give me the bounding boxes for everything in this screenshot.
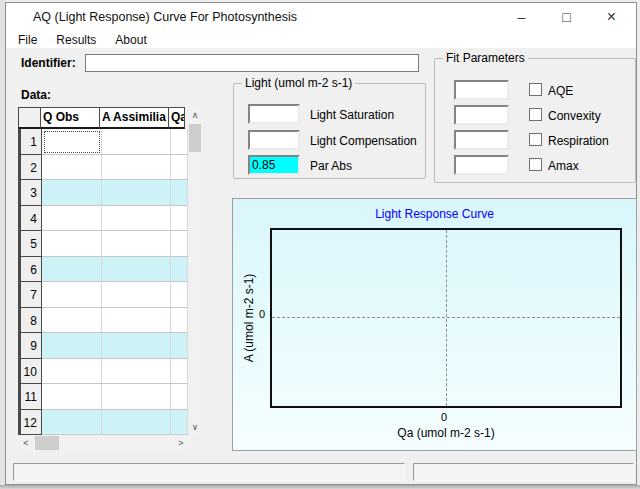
- row-number[interactable]: 3: [20, 180, 42, 206]
- table-cell[interactable]: [42, 384, 102, 410]
- table-cell[interactable]: [171, 359, 188, 385]
- aqe-input[interactable]: [454, 80, 509, 100]
- amax-checkbox[interactable]: [529, 158, 542, 171]
- table-cell[interactable]: [171, 129, 188, 155]
- table-cell[interactable]: [42, 155, 102, 181]
- table-cell[interactable]: [42, 180, 102, 206]
- data-label: Data:: [21, 88, 51, 102]
- table-cell[interactable]: [102, 359, 172, 385]
- table-row: 4: [20, 206, 188, 232]
- chart-title: Light Response Curve: [233, 207, 636, 221]
- table-cell[interactable]: [102, 129, 172, 155]
- menu-item-file[interactable]: File: [11, 33, 44, 47]
- chart-panel: Light Response Curve 0 0 Qa (umol m-2 s-…: [232, 198, 637, 451]
- table-cell[interactable]: [102, 257, 172, 283]
- identifier-label: Identifier:: [21, 56, 76, 70]
- table-cell[interactable]: [102, 231, 172, 257]
- table-cell[interactable]: [102, 333, 172, 359]
- table-cell[interactable]: [102, 410, 172, 436]
- column-header-q-obs[interactable]: Q Obs: [40, 107, 100, 129]
- table-cell[interactable]: [42, 282, 102, 308]
- table-row: 10: [20, 359, 188, 385]
- respiration-checkbox-label: Respiration: [548, 134, 609, 148]
- vertical-scroll-thumb[interactable]: [189, 124, 201, 152]
- aqe-checkbox[interactable]: [529, 83, 542, 96]
- menu-bar: FileResultsAbout: [6, 31, 636, 48]
- table-cell[interactable]: [102, 384, 172, 410]
- table-cell[interactable]: [171, 180, 188, 206]
- table-cell[interactable]: [171, 384, 188, 410]
- par-abs-input[interactable]: [248, 155, 300, 175]
- column-header-qa[interactable]: Qa: [168, 107, 185, 129]
- column-header-a-assimilia[interactable]: A Assimilia: [99, 107, 169, 129]
- respiration-input[interactable]: [454, 130, 509, 150]
- row-number[interactable]: 6: [20, 257, 42, 283]
- table-cell[interactable]: [102, 308, 172, 334]
- respiration-checkbox[interactable]: [529, 133, 542, 146]
- horizontal-scroll-thumb[interactable]: [35, 436, 59, 450]
- window-title: AQ (Light Response) Curve For Photosynth…: [33, 10, 297, 24]
- row-number[interactable]: 1: [20, 129, 42, 155]
- table-cell[interactable]: [102, 180, 172, 206]
- light-compensation-input[interactable]: [248, 130, 300, 150]
- table-cell[interactable]: [171, 155, 188, 181]
- row-number[interactable]: 12: [20, 410, 42, 436]
- row-number[interactable]: 8: [20, 308, 42, 334]
- row-number[interactable]: 7: [20, 282, 42, 308]
- scroll-right-icon[interactable]: >: [173, 435, 189, 451]
- scroll-down-icon[interactable]: ∨: [188, 419, 202, 435]
- menu-item-about[interactable]: About: [108, 33, 153, 47]
- title-bar: AQ (Light Response) Curve For Photosynth…: [6, 3, 636, 31]
- scroll-up-icon[interactable]: ∧: [188, 107, 202, 123]
- row-number[interactable]: 11: [20, 384, 42, 410]
- table-cell[interactable]: [171, 333, 188, 359]
- table-cell[interactable]: [42, 333, 102, 359]
- vertical-scrollbar[interactable]: ∧ ∨: [188, 107, 202, 435]
- table-cell[interactable]: [171, 231, 188, 257]
- identifier-input[interactable]: [85, 54, 419, 72]
- fit-parameters-title: Fit Parameters: [443, 51, 528, 65]
- light-compensation-label: Light Compensation: [310, 134, 417, 148]
- table-cell[interactable]: [42, 206, 102, 232]
- table-cell[interactable]: [102, 206, 172, 232]
- table-cell[interactable]: [171, 308, 188, 334]
- light-groupbox: Light (umol m-2 s-1) Light SaturationLig…: [233, 83, 426, 179]
- table-row: 2: [20, 155, 188, 181]
- table-row: 11: [20, 384, 188, 410]
- table-row: 7: [20, 282, 188, 308]
- convexity-input[interactable]: [454, 105, 509, 125]
- app-window: AQ (Light Response) Curve For Photosynth…: [5, 2, 637, 485]
- menu-item-results[interactable]: Results: [49, 33, 103, 47]
- convexity-checkbox-label: Convexity: [548, 109, 601, 123]
- table-cell[interactable]: [42, 129, 102, 155]
- row-number[interactable]: 5: [20, 231, 42, 257]
- table-corner-cell[interactable]: [18, 107, 41, 129]
- y-axis-label: A (umol m-2 s-1): [242, 238, 256, 398]
- minimize-button[interactable]: –: [499, 3, 544, 31]
- close-button[interactable]: ×: [589, 3, 634, 31]
- row-number[interactable]: 9: [20, 333, 42, 359]
- table-cell[interactable]: [171, 206, 188, 232]
- table-cell[interactable]: [42, 410, 102, 436]
- maximize-button[interactable]: □: [544, 3, 589, 31]
- table-cell[interactable]: [42, 257, 102, 283]
- light-groupbox-title: Light (umol m-2 s-1): [242, 76, 355, 90]
- convexity-checkbox[interactable]: [529, 108, 542, 121]
- table-cell[interactable]: [42, 359, 102, 385]
- light-saturation-input[interactable]: [248, 104, 300, 124]
- table-cell[interactable]: [102, 282, 172, 308]
- row-number[interactable]: 4: [20, 206, 42, 232]
- horizontal-scrollbar[interactable]: < >: [18, 435, 189, 451]
- aqe-checkbox-label: AQE: [548, 84, 573, 98]
- table-cell[interactable]: [171, 282, 188, 308]
- status-panel-right: [413, 463, 634, 481]
- row-number[interactable]: 2: [20, 155, 42, 181]
- amax-input[interactable]: [454, 155, 509, 175]
- scroll-left-icon[interactable]: <: [18, 435, 34, 451]
- table-cell[interactable]: [171, 410, 188, 436]
- table-cell[interactable]: [42, 308, 102, 334]
- table-cell[interactable]: [102, 155, 172, 181]
- table-cell[interactable]: [171, 257, 188, 283]
- table-cell[interactable]: [42, 231, 102, 257]
- row-number[interactable]: 10: [20, 359, 42, 385]
